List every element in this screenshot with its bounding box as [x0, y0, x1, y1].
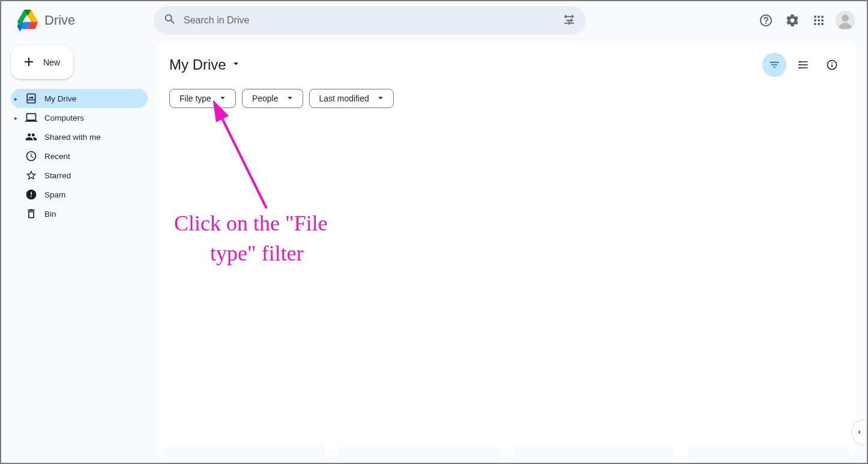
nav-list: ▸ My Drive ▸ Computers Shared with me Re…: [11, 89, 148, 223]
new-button-label: New: [43, 58, 60, 67]
nav-label: Computers: [44, 113, 84, 122]
bottom-placeholder-tiles: [157, 446, 856, 464]
svg-point-1: [842, 14, 849, 22]
shared-icon: [25, 131, 37, 143]
nav-shared[interactable]: Shared with me: [11, 127, 148, 146]
chip-file-type[interactable]: File type: [169, 89, 236, 108]
drive-logo-icon: [16, 7, 40, 34]
chip-label: Last modified: [319, 94, 369, 103]
dropdown-icon: [285, 92, 295, 105]
filter-chips: File type People Last modified: [169, 89, 844, 108]
info-button[interactable]: [820, 53, 844, 77]
main-panel: My Drive File type People Last modified: [157, 41, 856, 458]
star-icon: [25, 169, 37, 181]
nav-bin[interactable]: Bin: [11, 204, 148, 223]
app-name: Drive: [44, 13, 75, 28]
nav-label: Bin: [44, 209, 56, 218]
search-icon: [163, 13, 176, 28]
header-right: [754, 8, 857, 32]
content-header: My Drive: [169, 53, 844, 77]
apps-icon[interactable]: [807, 8, 831, 32]
nav-label: Shared with me: [44, 133, 101, 142]
chip-label: File type: [179, 94, 211, 103]
chip-label: People: [252, 94, 279, 103]
caret-right-icon: ▸: [14, 115, 17, 121]
list-view-button[interactable]: [791, 53, 815, 77]
recent-icon: [25, 150, 37, 162]
dropdown-icon: [375, 92, 386, 105]
search-input[interactable]: [184, 15, 550, 26]
search-bar[interactable]: [154, 6, 586, 35]
filter-view-button[interactable]: [762, 53, 786, 77]
help-icon[interactable]: [754, 8, 778, 32]
view-toolbar: [762, 53, 844, 77]
settings-icon[interactable]: [780, 8, 804, 32]
search-options-icon[interactable]: [557, 8, 581, 32]
nav-label: Starred: [44, 171, 71, 180]
logo-wrap[interactable]: Drive: [11, 7, 149, 34]
nav-label: My Drive: [44, 94, 76, 103]
breadcrumb[interactable]: My Drive: [169, 56, 242, 73]
nav-my-drive[interactable]: ▸ My Drive: [11, 89, 148, 108]
plus-icon: [22, 55, 36, 71]
app-header: Drive: [1, 1, 867, 40]
account-avatar[interactable]: [836, 11, 855, 30]
nav-computers[interactable]: ▸ Computers: [11, 108, 148, 127]
my-drive-icon: [25, 92, 37, 104]
chip-people[interactable]: People: [242, 89, 303, 108]
bin-icon: [25, 208, 37, 220]
sidebar: New ▸ My Drive ▸ Computers Shared with m…: [2, 41, 156, 228]
nav-label: Recent: [44, 152, 70, 161]
chip-last-modified[interactable]: Last modified: [309, 89, 394, 108]
new-button[interactable]: New: [11, 46, 73, 79]
dropdown-icon: [230, 56, 242, 73]
nav-recent[interactable]: Recent: [11, 146, 148, 166]
nav-label: Spam: [44, 190, 65, 199]
nav-starred[interactable]: Starred: [11, 166, 148, 185]
caret-right-icon: ▸: [14, 95, 17, 102]
dropdown-icon: [217, 92, 228, 105]
spam-icon: [25, 188, 37, 200]
nav-spam[interactable]: Spam: [11, 185, 148, 204]
computers-icon: [25, 112, 37, 124]
breadcrumb-title: My Drive: [169, 56, 226, 73]
